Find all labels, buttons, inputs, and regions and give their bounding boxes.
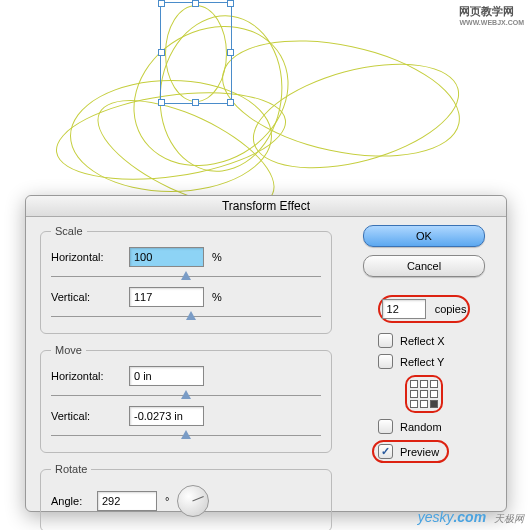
angle-input[interactable] bbox=[97, 491, 157, 511]
move-legend: Move bbox=[51, 344, 86, 356]
move-h-slider[interactable] bbox=[51, 390, 321, 402]
move-h-label: Horizontal: bbox=[51, 370, 129, 382]
reflect-x-row[interactable]: Reflect X bbox=[378, 333, 494, 348]
preview-highlight: ✓ Preview bbox=[372, 440, 449, 463]
angle-unit: ° bbox=[165, 495, 169, 507]
scale-v-unit: % bbox=[212, 291, 222, 303]
watermark-top: 网页教学网 WWW.WEBJX.COM bbox=[459, 4, 524, 26]
dialog-title: Transform Effect bbox=[26, 196, 506, 217]
watermark-bottom: yesky.com 天极网 bbox=[418, 509, 524, 526]
scale-v-input[interactable] bbox=[129, 287, 204, 307]
selection-box[interactable] bbox=[160, 2, 232, 104]
scale-v-slider[interactable] bbox=[51, 311, 321, 323]
scale-legend: Scale bbox=[51, 225, 87, 237]
scale-h-input[interactable] bbox=[129, 247, 204, 267]
reference-point-grid[interactable] bbox=[405, 375, 443, 413]
move-v-label: Vertical: bbox=[51, 410, 129, 422]
random-checkbox[interactable] bbox=[378, 419, 393, 434]
move-v-slider[interactable] bbox=[51, 430, 321, 442]
transform-effect-dialog: Transform Effect Scale Horizontal: % Ver… bbox=[25, 195, 507, 512]
reflect-x-checkbox[interactable] bbox=[378, 333, 393, 348]
angle-dial[interactable] bbox=[177, 485, 209, 517]
scale-v-label: Vertical: bbox=[51, 291, 129, 303]
copies-input[interactable] bbox=[382, 299, 426, 319]
scale-h-slider[interactable] bbox=[51, 271, 321, 283]
preview-checkbox[interactable]: ✓ bbox=[378, 444, 393, 459]
copies-label: copies bbox=[435, 303, 467, 315]
move-group: Move Horizontal: Vertical: bbox=[40, 344, 332, 453]
cancel-button[interactable]: Cancel bbox=[363, 255, 485, 277]
reflect-y-checkbox[interactable] bbox=[378, 354, 393, 369]
scale-group: Scale Horizontal: % Vertical: % bbox=[40, 225, 332, 334]
random-row[interactable]: Random bbox=[378, 419, 494, 434]
rotate-legend: Rotate bbox=[51, 463, 91, 475]
move-h-input[interactable] bbox=[129, 366, 204, 386]
scale-h-label: Horizontal: bbox=[51, 251, 129, 263]
scale-h-unit: % bbox=[212, 251, 222, 263]
reflect-y-label: Reflect Y bbox=[400, 356, 444, 368]
copies-highlight: copies bbox=[378, 295, 471, 323]
angle-label: Angle: bbox=[51, 495, 97, 507]
artboard bbox=[0, 0, 530, 195]
move-v-input[interactable] bbox=[129, 406, 204, 426]
rotate-group: Rotate Angle: ° bbox=[40, 463, 332, 530]
ok-button[interactable]: OK bbox=[363, 225, 485, 247]
reflect-y-row[interactable]: Reflect Y bbox=[378, 354, 494, 369]
reflect-x-label: Reflect X bbox=[400, 335, 445, 347]
random-label: Random bbox=[400, 421, 442, 433]
preview-label: Preview bbox=[400, 446, 439, 458]
